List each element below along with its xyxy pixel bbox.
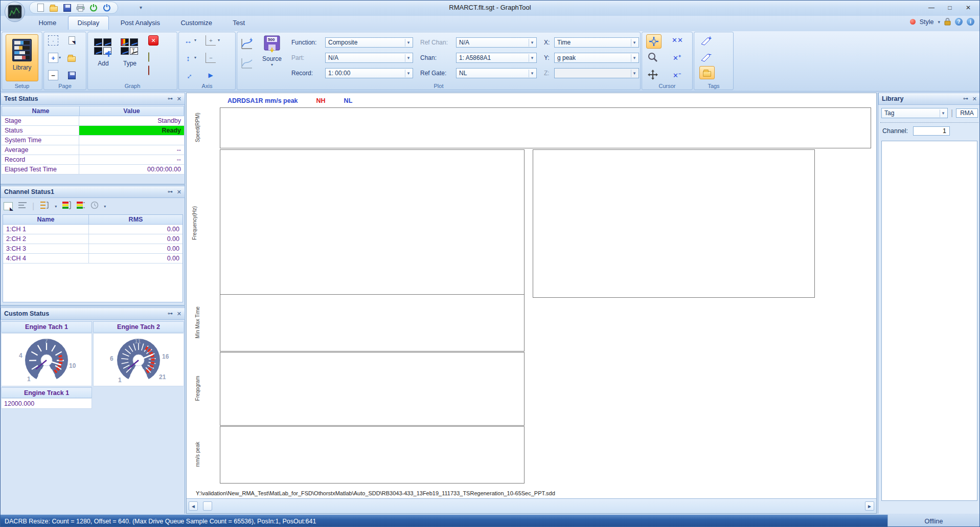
x-axis-select[interactable]: Time▾ bbox=[554, 37, 639, 48]
channel-input[interactable]: 1 bbox=[913, 126, 950, 136]
axis-zoom-in-icon[interactable]: + bbox=[206, 35, 216, 46]
axis-pointer-icon[interactable]: ▶ bbox=[206, 70, 216, 80]
tag-select[interactable]: Tag▾ bbox=[881, 108, 948, 118]
open-tags-icon[interactable] bbox=[699, 66, 715, 79]
close-panel-icon[interactable]: ✕ bbox=[972, 96, 977, 102]
gauge-tick-label: 10 bbox=[69, 362, 76, 369]
about-icon[interactable]: i bbox=[967, 18, 974, 26]
tab-test[interactable]: Test bbox=[223, 16, 254, 30]
close-panel-icon[interactable]: ✕ bbox=[177, 189, 181, 195]
y-axis-caret-icon[interactable]: ▾ bbox=[194, 55, 196, 60]
part-select[interactable]: N/A▾ bbox=[325, 53, 413, 63]
y-axis-select[interactable]: g peak▾ bbox=[554, 53, 639, 63]
rma-button[interactable]: RMA bbox=[956, 108, 978, 118]
hierarchy-caret-icon[interactable]: ▾ bbox=[55, 204, 57, 209]
x-axis-caret-icon[interactable]: ▾ bbox=[194, 38, 196, 42]
page-properties-icon[interactable]: ◥ bbox=[66, 35, 77, 46]
chan-select[interactable]: 1: A5868A1▾ bbox=[456, 53, 537, 63]
channel-row[interactable]: 1:CH 10.00 bbox=[3, 225, 183, 234]
pin-icon[interactable]: ⊶ bbox=[963, 96, 968, 102]
axis-zoom-out-icon[interactable]: − bbox=[206, 53, 216, 63]
axis-zoom-caret-icon[interactable]: ▾ bbox=[218, 38, 220, 42]
page-select-icon[interactable]: · bbox=[48, 35, 58, 46]
paired-cursor-icon[interactable]: ✕✕ bbox=[672, 36, 683, 44]
ref-gate-select[interactable]: NL▾ bbox=[456, 68, 537, 78]
add-tag-icon[interactable]: + bbox=[700, 35, 713, 48]
graph-display-area[interactable]: ADRDSA1R mm/s peak NH NL Speed(RPM) Freq… bbox=[186, 93, 877, 514]
mms-peak-plot[interactable] bbox=[220, 426, 525, 484]
stacked-curves-icon[interactable] bbox=[148, 66, 149, 75]
tab-home[interactable]: Home bbox=[29, 16, 65, 30]
panel-splitter[interactable] bbox=[1, 184, 185, 185]
minimize-button[interactable]: — bbox=[923, 3, 940, 13]
channel-row[interactable]: 4:CH 40.00 bbox=[3, 254, 183, 264]
add-page-caret-icon[interactable]: ▾ bbox=[59, 55, 61, 60]
application-menu-button[interactable] bbox=[5, 2, 25, 22]
cursor-center-icon[interactable] bbox=[646, 34, 662, 49]
spectrogram-plot[interactable] bbox=[220, 149, 525, 298]
cursor-page-icon[interactable]: ◣ bbox=[4, 202, 13, 210]
clock-caret-icon[interactable]: ▾ bbox=[104, 204, 106, 209]
add-graph-button[interactable]: + Add bbox=[91, 34, 116, 81]
overlay-curves-icon[interactable] bbox=[148, 53, 149, 62]
plot-trace-icon[interactable] bbox=[240, 57, 254, 72]
pin-icon[interactable]: ⊶ bbox=[168, 311, 173, 317]
channel-row[interactable]: 2:CH 20.00 bbox=[3, 234, 183, 244]
tab-customize[interactable]: Customize bbox=[171, 16, 221, 30]
zoom-icon[interactable] bbox=[647, 52, 658, 65]
save-page-icon[interactable] bbox=[66, 70, 77, 80]
remove-page-icon[interactable]: − bbox=[48, 70, 58, 80]
close-panel-icon[interactable]: ✕ bbox=[177, 311, 181, 317]
style-button[interactable]: Style bbox=[920, 18, 934, 26]
maximize-button[interactable]: □ bbox=[942, 3, 958, 13]
plot-add-trace-icon[interactable]: + bbox=[240, 37, 254, 53]
lock-icon[interactable] bbox=[944, 18, 951, 26]
style-caret-icon[interactable]: ▾ bbox=[938, 19, 940, 25]
open-page-icon[interactable] bbox=[66, 53, 77, 63]
add-page-tab-button[interactable] bbox=[203, 501, 212, 511]
help-icon[interactable]: ? bbox=[955, 18, 963, 26]
delete-graph-icon[interactable]: ✕ bbox=[148, 35, 158, 46]
source-button[interactable]: 500 Source ▾ bbox=[258, 35, 286, 84]
limit-colors-icon[interactable] bbox=[62, 201, 71, 211]
function-select[interactable]: Composite▾ bbox=[325, 37, 413, 48]
tab-display[interactable]: Display bbox=[68, 16, 109, 30]
scroll-tabs-left-icon[interactable]: ◄ bbox=[189, 501, 198, 511]
record-select[interactable]: 1: 00:00▾ bbox=[325, 68, 413, 78]
clock-icon[interactable] bbox=[90, 201, 99, 211]
ref-chan-select[interactable]: N/A▾ bbox=[456, 37, 537, 48]
channel-row[interactable]: 3:CH 30.00 bbox=[3, 244, 183, 254]
y-axis-scale-icon[interactable]: ↕ bbox=[183, 53, 193, 63]
gauge-tick-label: 6 bbox=[110, 355, 113, 362]
custom-status-title-bar: Custom Status ⊶✕ bbox=[1, 308, 185, 320]
pin-icon[interactable]: ⊶ bbox=[168, 189, 173, 195]
freqogram-plot[interactable] bbox=[220, 352, 525, 426]
add-page-icon[interactable]: + bbox=[48, 53, 58, 63]
graph-type-button[interactable]: T. Type bbox=[118, 34, 142, 81]
status-name: Stage bbox=[2, 116, 79, 125]
rpm-strip-plot[interactable] bbox=[220, 107, 871, 148]
channel-rms: 0.00 bbox=[89, 225, 183, 234]
rows-icon[interactable] bbox=[18, 202, 27, 211]
x-axis-scale-icon[interactable]: ↔ bbox=[183, 35, 193, 46]
xy-axis-scale-icon[interactable]: ↔ bbox=[181, 68, 195, 82]
status-name: System Time bbox=[2, 136, 79, 145]
library-button[interactable]: Library bbox=[6, 34, 38, 81]
limit-colors-alt-icon[interactable] bbox=[76, 201, 85, 211]
pin-icon[interactable]: ⊶ bbox=[168, 96, 173, 102]
track-cell: 12000.000 bbox=[1, 398, 92, 409]
hierarchy-icon[interactable] bbox=[39, 201, 50, 211]
pan-icon[interactable] bbox=[647, 69, 658, 82]
panel-splitter[interactable] bbox=[1, 305, 185, 306]
gauge-tick-label: 11 bbox=[134, 338, 141, 345]
tab-post-analysis[interactable]: Post Analysis bbox=[111, 16, 169, 30]
add-cursor-icon[interactable]: ✕+ bbox=[673, 54, 681, 62]
scroll-tabs-right-icon[interactable]: ► bbox=[865, 501, 874, 511]
peak-hold-plot[interactable] bbox=[533, 149, 815, 298]
close-button[interactable]: ✕ bbox=[960, 3, 976, 13]
remove-cursor-icon[interactable]: ✕− bbox=[673, 71, 681, 79]
close-panel-icon[interactable]: ✕ bbox=[177, 96, 181, 102]
remove-tag-icon[interactable]: − bbox=[700, 52, 713, 64]
minmax-plot[interactable] bbox=[220, 294, 525, 352]
z-axis-select[interactable]: ▾ bbox=[554, 68, 639, 78]
